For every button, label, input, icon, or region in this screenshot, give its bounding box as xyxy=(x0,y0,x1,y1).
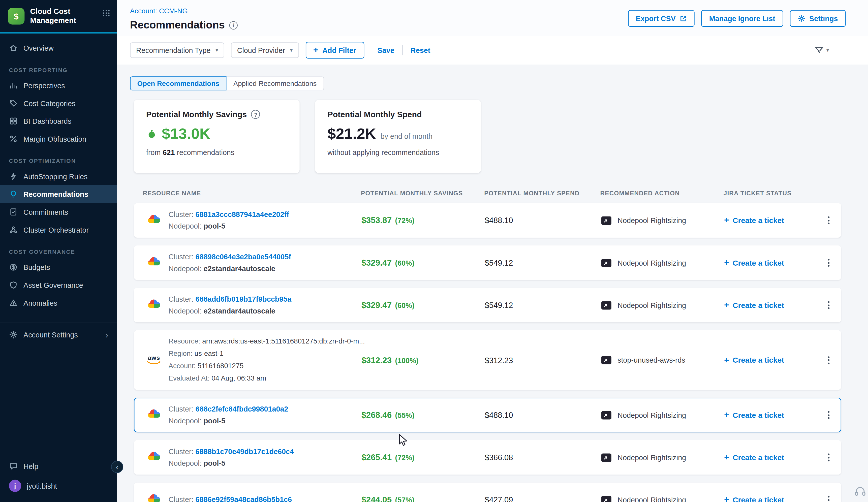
recommendation-type-dropdown[interactable]: Recommendation Type ▾ xyxy=(130,42,224,58)
lightning-icon xyxy=(9,172,18,181)
app-window: $ Cloud Cost Management Overview COST RE… xyxy=(0,0,868,502)
tab-applied-recommendations[interactable]: Applied Recommendations xyxy=(227,76,324,90)
sidebar-item-recommendations[interactable]: Recommendations xyxy=(0,185,117,203)
filter-panel-toggle[interactable]: ▾ xyxy=(815,45,829,54)
kebab-menu[interactable] xyxy=(816,404,840,426)
create-ticket-link[interactable]: +Create a ticket xyxy=(724,356,816,364)
savings-percent: (72%) xyxy=(395,217,415,225)
sidebar-item-label: Perspectives xyxy=(23,81,65,90)
sidebar-user[interactable]: j jyoti.bisht xyxy=(0,475,117,496)
cloud-provider-dropdown[interactable]: Cloud Provider ▾ xyxy=(231,42,299,58)
page-header-left: Account: CCM-NG Recommendations i xyxy=(130,6,238,31)
export-csv-button[interactable]: Export CSV xyxy=(628,10,695,27)
create-ticket-link[interactable]: +Create a ticket xyxy=(724,410,816,419)
cluster-link[interactable]: 6886e92f59a48cad86b5b1c6 xyxy=(196,495,292,502)
account-breadcrumb[interactable]: Account: CCM-NG xyxy=(130,7,188,15)
cluster-link[interactable]: 688c2fefc84fbdc99801a0a2 xyxy=(196,405,288,413)
gcp-icon xyxy=(147,299,161,312)
kebab-menu[interactable] xyxy=(816,446,840,469)
create-ticket-link[interactable]: +Create a ticket xyxy=(724,258,816,267)
cluster-link[interactable]: 6888b1c70e49db17c1de60c4 xyxy=(196,447,294,456)
table-row[interactable]: Cluster: 68898c064e3e2ba0e544005f Nodepo… xyxy=(134,245,841,280)
app-title: Cloud Cost Management xyxy=(30,7,76,25)
sidebar-item-account-settings[interactable]: Account Settings › xyxy=(0,326,117,344)
cluster-nodes-icon xyxy=(9,225,18,234)
add-filter-button[interactable]: + Add Filter xyxy=(306,42,364,59)
kebab-menu[interactable] xyxy=(816,251,840,274)
filter-bar: Recommendation Type ▾ Cloud Provider ▾ +… xyxy=(117,36,868,65)
chevron-right-icon: › xyxy=(105,331,108,339)
ccm-logo-icon: $ xyxy=(8,8,24,24)
table-row[interactable]: Cluster: 6881a3ccc887941a4ee202ff Nodepo… xyxy=(134,203,841,238)
spend-value: $488.10 xyxy=(485,410,601,419)
main-area: Account: CCM-NG Recommendations i Export… xyxy=(117,0,868,502)
sidebar-item-cost-categories[interactable]: Cost Categories xyxy=(0,94,117,112)
table-row[interactable]: Cluster: 6888b1c70e49db17c1de60c4 Nodepo… xyxy=(134,440,841,474)
tag-icon xyxy=(9,99,18,108)
sidebar-item-label: Overview xyxy=(23,44,54,52)
manage-ignore-list-button[interactable]: Manage Ignore List xyxy=(701,10,783,27)
nodepool-value: e2standar4autoscale xyxy=(204,306,276,315)
recommendation-type-label: Recommendation Type xyxy=(136,46,210,54)
nodepool-value: pool-5 xyxy=(204,222,225,230)
create-ticket-link[interactable]: +Create a ticket xyxy=(724,495,816,502)
kebab-menu[interactable] xyxy=(816,209,840,232)
save-filter-link[interactable]: Save xyxy=(377,46,394,54)
savings-amount: $13.0K xyxy=(162,125,210,143)
resource-label: Evaluated At: xyxy=(168,374,209,382)
sidebar-item-overview[interactable]: Overview xyxy=(0,39,117,57)
savings-percent: (60%) xyxy=(395,301,415,310)
sidebar-item-perspectives[interactable]: Perspectives xyxy=(0,76,117,94)
sidebar-collapse-button[interactable]: ‹ xyxy=(111,461,123,473)
sidebar-item-autostopping-rules[interactable]: AutoStopping Rules xyxy=(0,167,117,185)
savings-percent: (100%) xyxy=(395,356,418,364)
create-ticket-link[interactable]: +Create a ticket xyxy=(724,453,816,462)
settings-button[interactable]: Settings xyxy=(790,10,846,27)
info-icon[interactable]: i xyxy=(229,21,238,29)
kebab-menu[interactable] xyxy=(816,294,840,316)
sidebar-item-asset-governance[interactable]: Asset Governance xyxy=(0,276,117,294)
create-ticket-label: Create a ticket xyxy=(733,356,784,364)
support-headset-icon[interactable] xyxy=(854,485,867,500)
sidebar-item-cluster-orchestrator[interactable]: Cluster Orchestrator xyxy=(0,221,117,239)
table-row[interactable]: aws Resource: arn:aws:rds:us-east-1:5116… xyxy=(134,330,841,390)
sidebar-item-anomalies[interactable]: Anomalies xyxy=(0,294,117,312)
sidebar-item-margin-obfuscation[interactable]: Margin Obfuscation xyxy=(0,130,117,148)
resource-label: Cluster: xyxy=(168,405,193,413)
action-label: Nodepool Rightsizing xyxy=(618,411,686,419)
savings-value: $329.47 xyxy=(361,258,392,268)
potential-savings-card: Potential Monthly Savings ? $13.0K from … xyxy=(134,100,299,173)
table-row[interactable]: Cluster: 6886e92f59a48cad86b5b1c6 $244.0… xyxy=(134,483,841,502)
action-label: Nodepool Rightsizing xyxy=(618,259,686,267)
account-value: 511616801275 xyxy=(198,362,244,370)
cluster-link[interactable]: 6881a3ccc887941a4ee202ff xyxy=(196,210,289,218)
plus-icon: + xyxy=(724,216,730,225)
tab-open-recommendations[interactable]: Open Recommendations xyxy=(130,76,227,90)
sidebar-item-help[interactable]: Help xyxy=(0,457,117,475)
column-potential-monthly-savings: POTENTIAL MONTHLY SAVINGS xyxy=(361,190,484,197)
create-ticket-link[interactable]: +Create a ticket xyxy=(724,216,816,225)
savings-value: $268.46 xyxy=(361,410,392,420)
action-icon xyxy=(601,300,612,310)
apps-grid-icon[interactable] xyxy=(102,9,110,19)
kebab-menu[interactable] xyxy=(816,489,840,502)
sidebar-item-label: Budgets xyxy=(23,263,50,271)
sidebar-item-budgets[interactable]: Budgets xyxy=(0,258,117,276)
chevron-down-icon: ▾ xyxy=(216,48,218,53)
cluster-link[interactable]: 688add6fb019b17f9bccb95a xyxy=(196,295,292,303)
spend-card-subtitle: without applying recommendations xyxy=(327,148,468,157)
savings-percent: (55%) xyxy=(395,411,415,419)
sidebar-item-bi-dashboards[interactable]: BI Dashboards xyxy=(0,112,117,130)
resource-label: Resource: xyxy=(168,337,200,345)
table-row[interactable]: Cluster: 688add6fb019b17f9bccb95a Nodepo… xyxy=(134,288,841,322)
kebab-menu[interactable] xyxy=(816,336,840,384)
reset-filter-link[interactable]: Reset xyxy=(411,46,430,54)
cluster-link[interactable]: 68898c064e3e2ba0e544005f xyxy=(196,252,291,261)
help-circle-icon[interactable]: ? xyxy=(251,110,260,119)
sidebar-item-commitments[interactable]: Commitments xyxy=(0,203,117,221)
create-ticket-link[interactable]: +Create a ticket xyxy=(724,301,816,310)
action-icon xyxy=(601,355,612,365)
action-label: Nodepool Rightsizing xyxy=(618,301,686,309)
money-bag-icon xyxy=(146,128,157,139)
table-row-selected[interactable]: Cluster: 688c2fefc84fbdc99801a0a2 Nodepo… xyxy=(134,398,841,432)
